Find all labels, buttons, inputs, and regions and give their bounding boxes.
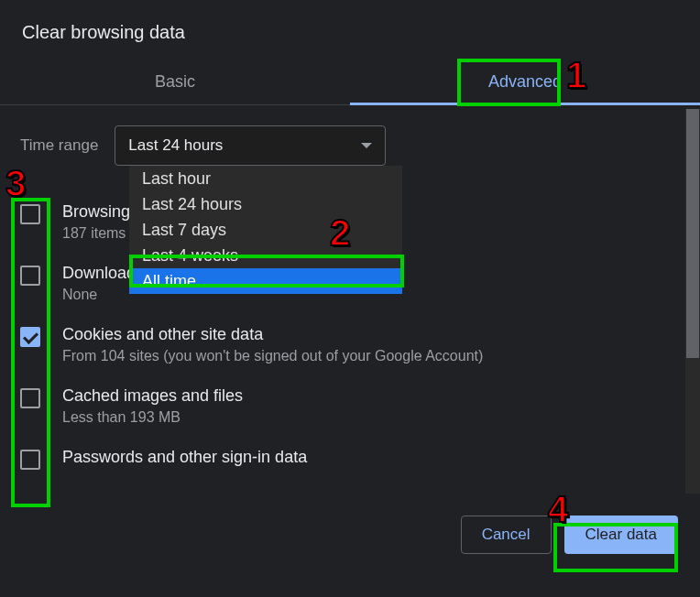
- dialog-title: Clear browsing data: [0, 0, 700, 60]
- tab-basic-label: Basic: [155, 72, 195, 91]
- time-range-row: Time range Last 24 hours: [20, 125, 652, 166]
- dropdown-option[interactable]: Last hour: [129, 166, 402, 191]
- scrollable-content: Time range Last 24 hours Browsing histor…: [0, 105, 689, 499]
- scrollbar-thumb[interactable]: [686, 109, 699, 358]
- time-range-label: Time range: [20, 136, 98, 155]
- tab-advanced-label: Advanced: [488, 72, 562, 91]
- list-item[interactable]: Cookies and other site data From 104 sit…: [20, 314, 652, 375]
- list-item[interactable]: Cached images and files Less than 193 MB: [20, 375, 652, 437]
- checkbox-passwords[interactable]: [20, 450, 40, 470]
- clear-data-button-label: Clear data: [585, 526, 657, 543]
- cancel-button-label: Cancel: [482, 526, 530, 543]
- chevron-down-icon: [361, 143, 372, 148]
- content-area: Time range Last 24 hours Browsing histor…: [0, 105, 700, 499]
- tabs: Basic Advanced: [0, 60, 700, 105]
- item-title: Cached images and files: [62, 386, 243, 406]
- list-item[interactable]: Passwords and other sign-in data: [20, 437, 652, 481]
- cancel-button[interactable]: Cancel: [461, 516, 552, 554]
- time-range-value: Last 24 hours: [128, 136, 223, 155]
- item-title: Cookies and other site data: [62, 325, 483, 344]
- time-range-dropdown: Last hour Last 24 hours Last 7 days Last…: [129, 166, 402, 294]
- clear-browsing-data-dialog: Clear browsing data Basic Advanced Time …: [0, 0, 700, 597]
- dropdown-option-selected[interactable]: All time: [129, 268, 402, 294]
- checkbox-browsing-history[interactable]: [20, 204, 40, 224]
- item-subtitle: From 104 sites (you won't be signed out …: [62, 348, 483, 364]
- item-subtitle: Less than 193 MB: [62, 409, 243, 426]
- item-title: Passwords and other sign-in data: [62, 448, 307, 467]
- checkbox-download-history[interactable]: [20, 266, 40, 286]
- checkbox-cookies[interactable]: [20, 327, 40, 347]
- tab-basic[interactable]: Basic: [0, 60, 350, 104]
- scrollbar-track[interactable]: [685, 109, 700, 494]
- tab-advanced[interactable]: Advanced: [350, 60, 700, 104]
- time-range-select[interactable]: Last 24 hours: [115, 125, 386, 166]
- dropdown-option[interactable]: Last 4 weeks: [129, 243, 402, 268]
- dropdown-option[interactable]: Last 24 hours: [129, 191, 402, 217]
- checkbox-cached-images[interactable]: [20, 388, 40, 408]
- clear-data-button[interactable]: Clear data: [564, 516, 678, 554]
- dropdown-option[interactable]: Last 7 days: [129, 217, 402, 243]
- dialog-footer: Cancel Clear data: [0, 499, 700, 554]
